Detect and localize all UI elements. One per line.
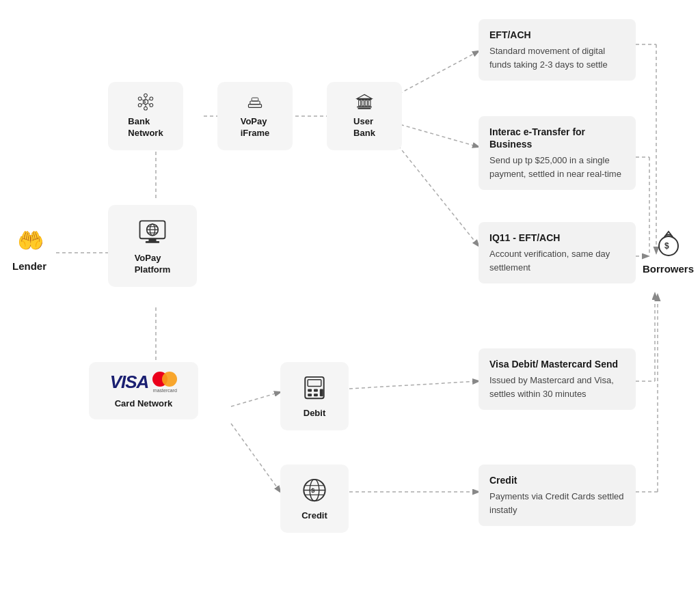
iq11-card: IQ11 - EFT/ACH Account verification, sam… bbox=[479, 222, 636, 283]
eft-ach-body: Standard movement of digital funds takin… bbox=[489, 44, 625, 71]
vopay-iframe-node: VoPayiFrame bbox=[217, 82, 293, 150]
svg-rect-45 bbox=[365, 100, 367, 106]
svg-rect-61 bbox=[308, 393, 312, 396]
diagram: 🤲 Lender $ BankNetwor bbox=[0, 0, 700, 595]
svg-point-25 bbox=[144, 94, 148, 97]
svg-rect-62 bbox=[314, 393, 318, 396]
svg-line-35 bbox=[142, 103, 144, 104]
svg-rect-46 bbox=[368, 100, 371, 106]
svg-rect-47 bbox=[357, 107, 371, 108]
svg-rect-40 bbox=[252, 98, 258, 101]
svg-rect-56 bbox=[146, 241, 159, 243]
svg-line-36 bbox=[148, 103, 150, 104]
borrowers-icon: $ bbox=[652, 225, 685, 258]
svg-rect-58 bbox=[308, 380, 321, 387]
visa-debit-body: Issued by Mastercard and Visa, settles w… bbox=[489, 374, 625, 400]
visa-logo: VISA bbox=[110, 372, 149, 393]
debit-node: Debit bbox=[280, 362, 349, 430]
svg-point-27 bbox=[138, 97, 142, 100]
credit-card-card: Credit Payments via Credit Cards settled… bbox=[479, 465, 636, 526]
svg-rect-38 bbox=[248, 105, 261, 108]
svg-text:$: $ bbox=[311, 486, 315, 494]
debit-icon bbox=[299, 373, 329, 402]
interac-card: Interac e-Transfer for Business Send up … bbox=[479, 116, 636, 190]
svg-point-29 bbox=[138, 103, 142, 107]
interac-title: Interac e-Transfer for Business bbox=[489, 126, 625, 150]
bank-network-icon: $ bbox=[131, 93, 161, 111]
bank-network-node: $ BankNetwork bbox=[108, 82, 183, 150]
credit-card-body: Payments via Credit Cards settled instat… bbox=[489, 490, 625, 516]
card-network-node: VISA mastercard Card Network bbox=[89, 362, 198, 419]
eft-ach-title: EFT/ACH bbox=[489, 29, 625, 41]
svg-line-34 bbox=[148, 100, 150, 100]
borrowers-node: $ Borrowers bbox=[643, 225, 694, 276]
svg-rect-44 bbox=[362, 100, 364, 106]
iq11-title: IQ11 - EFT/ACH bbox=[489, 232, 625, 244]
svg-marker-41 bbox=[357, 94, 371, 98]
svg-line-10 bbox=[337, 381, 479, 389]
bank-network-label: BankNetwork bbox=[128, 116, 163, 139]
lender-label: Lender bbox=[12, 260, 46, 273]
svg-text:$: $ bbox=[144, 100, 146, 104]
eft-ach-card: EFT/ACH Standard movement of digital fun… bbox=[479, 19, 636, 81]
vopay-platform-label: VoPayPlatform bbox=[135, 253, 171, 276]
svg-rect-63 bbox=[320, 389, 323, 397]
credit-icon: $ bbox=[299, 475, 329, 505]
svg-rect-55 bbox=[148, 238, 156, 241]
svg-text:🤲: 🤲 bbox=[17, 227, 44, 253]
card-network-label: Card Network bbox=[115, 398, 173, 410]
svg-line-9 bbox=[231, 424, 280, 492]
interac-body: Send up tp $25,000 in a single payment, … bbox=[489, 154, 625, 180]
visa-debit-card: Visa Debit/ Mastercard Send Issued by Ma… bbox=[479, 348, 636, 410]
svg-point-28 bbox=[150, 97, 153, 100]
svg-rect-43 bbox=[359, 100, 361, 106]
svg-point-26 bbox=[144, 107, 148, 110]
svg-line-33 bbox=[142, 100, 144, 100]
svg-text:$: $ bbox=[664, 241, 669, 251]
mastercard-logo: mastercard bbox=[152, 372, 177, 393]
svg-rect-42 bbox=[357, 98, 371, 100]
lender-icon: 🤲 bbox=[14, 225, 44, 255]
user-bank-icon bbox=[349, 93, 379, 111]
svg-rect-48 bbox=[358, 108, 371, 109]
vopay-platform-icon bbox=[135, 216, 170, 247]
vopay-platform-node: VoPayPlatform bbox=[108, 205, 197, 287]
svg-line-8 bbox=[231, 392, 280, 406]
credit-card-title: Credit bbox=[489, 474, 625, 486]
credit-label: Credit bbox=[301, 510, 327, 522]
lender-node: 🤲 Lender bbox=[12, 225, 46, 273]
iq11-body: Account verification, same day settlemen… bbox=[489, 247, 625, 274]
svg-point-30 bbox=[150, 103, 153, 107]
vopay-iframe-icon bbox=[240, 93, 270, 111]
svg-rect-59 bbox=[308, 389, 312, 392]
vopay-iframe-label: VoPayiFrame bbox=[241, 116, 270, 139]
visa-logos: VISA mastercard bbox=[110, 372, 178, 393]
user-bank-label: UserBank bbox=[353, 116, 375, 139]
borrowers-label: Borrowers bbox=[643, 262, 694, 276]
svg-rect-39 bbox=[250, 101, 260, 105]
debit-label: Debit bbox=[304, 408, 326, 419]
credit-node: $ Credit bbox=[280, 465, 349, 533]
visa-debit-title: Visa Debit/ Mastercard Send bbox=[489, 358, 625, 370]
user-bank-node: UserBank bbox=[327, 82, 402, 150]
svg-rect-60 bbox=[314, 389, 318, 392]
